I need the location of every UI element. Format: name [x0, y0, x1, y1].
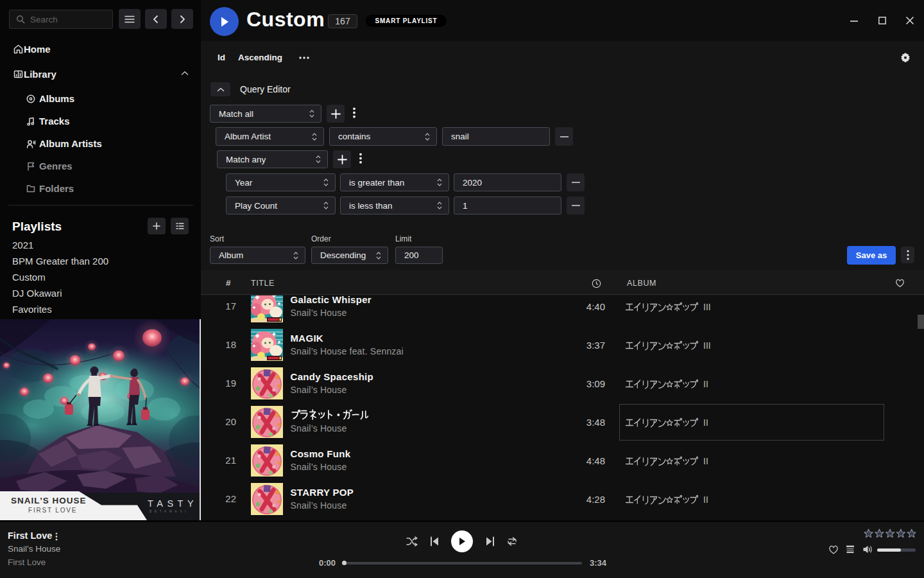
svg-text:TASTY: TASTY	[148, 498, 198, 509]
svg-text:FIRST LOVE: FIRST LOVE	[28, 507, 77, 514]
svg-text:SNAIL'S HOUSE: SNAIL'S HOUSE	[11, 496, 86, 505]
svg-text:BETAMAXI: BETAMAXI	[150, 509, 189, 513]
